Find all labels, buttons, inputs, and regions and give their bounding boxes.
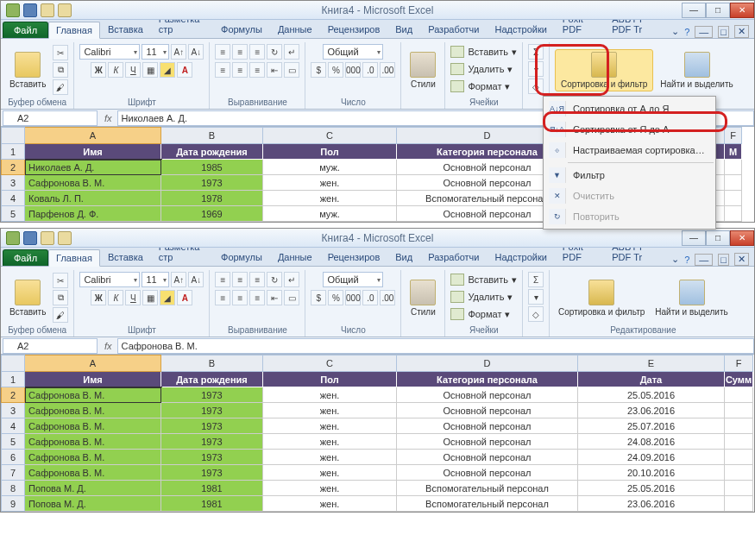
- row-header[interactable]: 1: [1, 144, 25, 160]
- tab-главная[interactable]: Главная: [48, 22, 100, 39]
- close-button[interactable]: ✕: [730, 230, 754, 246]
- cell[interactable]: Сафронова В. М.: [25, 465, 161, 481]
- tab-формулы[interactable]: Формулы: [213, 249, 270, 266]
- comma-icon[interactable]: 000: [345, 62, 361, 78]
- cell[interactable]: 25.05.2016: [578, 387, 725, 403]
- cell[interactable]: жен.: [263, 465, 397, 481]
- cell[interactable]: 24.09.2016: [578, 450, 725, 465]
- merge-icon[interactable]: ▭: [284, 62, 299, 78]
- row-header[interactable]: 9: [1, 496, 25, 512]
- cell[interactable]: 24.08.2016: [578, 434, 725, 450]
- cell[interactable]: 25.07.2016: [578, 418, 725, 434]
- cell[interactable]: Коваль Л. П.: [25, 191, 161, 206]
- cell[interactable]: [725, 206, 742, 222]
- sort-az-item[interactable]: A↓ЯСортировка от А до Я: [545, 98, 714, 119]
- maximize-button[interactable]: □: [706, 3, 730, 18]
- cell[interactable]: жен.: [263, 387, 397, 403]
- tab-рецензиров[interactable]: Рецензиров: [320, 21, 388, 38]
- cell[interactable]: 23.06.2016: [578, 496, 725, 512]
- underline-button[interactable]: Ч: [125, 290, 141, 305]
- filter-item[interactable]: ▼Фильтр: [545, 165, 714, 186]
- tab-рецензиров[interactable]: Рецензиров: [320, 249, 388, 266]
- row-header[interactable]: 4: [1, 191, 25, 206]
- cell[interactable]: [725, 465, 753, 481]
- cell[interactable]: 1973: [161, 434, 263, 450]
- number-format-combo[interactable]: Общий: [323, 272, 383, 287]
- formula-input[interactable]: Сафронова В. М.: [117, 338, 754, 354]
- cell[interactable]: жен.: [263, 434, 397, 450]
- col-header[interactable]: A: [25, 355, 161, 372]
- align-left-icon[interactable]: ≡: [215, 62, 230, 78]
- help-icon[interactable]: ?: [684, 27, 689, 37]
- close-button[interactable]: ✕: [730, 3, 754, 18]
- copy-icon[interactable]: ⧉: [53, 290, 68, 305]
- styles-button[interactable]: Стили: [406, 50, 439, 91]
- cell[interactable]: Попова М. Д.: [25, 481, 161, 496]
- cell[interactable]: Николаев А. Д.: [25, 160, 161, 175]
- cell[interactable]: Сафронова В. М.: [25, 175, 161, 191]
- number-format-combo[interactable]: Общий: [323, 44, 383, 60]
- cell[interactable]: 1981: [161, 496, 263, 512]
- redo-icon[interactable]: [58, 3, 72, 17]
- italic-button[interactable]: К: [108, 290, 123, 305]
- save-icon[interactable]: [23, 231, 37, 245]
- save-icon[interactable]: [23, 3, 37, 17]
- win-minimize-icon[interactable]: —: [695, 254, 713, 266]
- autosum-icon[interactable]: Σ: [528, 44, 544, 60]
- font-name-combo[interactable]: Calibri: [79, 272, 140, 287]
- table-header-cell[interactable]: Имя: [25, 144, 161, 160]
- sort-filter-button[interactable]: Сортировка и фильтр: [555, 278, 648, 318]
- cell[interactable]: жен.: [263, 403, 397, 418]
- align-center-icon[interactable]: ≡: [232, 62, 248, 78]
- border-icon[interactable]: ▦: [142, 290, 158, 305]
- cell[interactable]: [725, 450, 753, 465]
- cell[interactable]: муж.: [263, 160, 397, 175]
- underline-button[interactable]: Ч: [125, 62, 141, 78]
- paste-button[interactable]: Вставить: [6, 50, 49, 91]
- cell[interactable]: [725, 387, 753, 403]
- row-header[interactable]: 3: [1, 175, 25, 191]
- tab-данные[interactable]: Данные: [270, 249, 320, 266]
- cell[interactable]: 1973: [161, 465, 263, 481]
- cell[interactable]: [725, 496, 753, 512]
- percent-icon[interactable]: %: [328, 62, 343, 78]
- align-bottom-icon[interactable]: ≡: [249, 44, 265, 60]
- tab-формулы[interactable]: Формулы: [213, 21, 270, 38]
- delete-cells-button[interactable]: Удалить ▾: [450, 289, 513, 305]
- row-header[interactable]: 2: [1, 387, 25, 403]
- excel-icon[interactable]: [6, 3, 20, 17]
- cell[interactable]: муж.: [263, 206, 397, 222]
- cell[interactable]: Основной персонал: [397, 465, 578, 481]
- spreadsheet-grid[interactable]: 123456789 ABCDEFИмяДата рожденияПолКатег…: [1, 355, 754, 512]
- file-tab[interactable]: Файл: [3, 249, 48, 266]
- orientation-icon[interactable]: ↻: [267, 44, 282, 60]
- fill-color-icon[interactable]: ◢: [160, 62, 175, 78]
- col-header[interactable]: C: [263, 127, 397, 144]
- tab-разработчи[interactable]: Разработчи: [420, 21, 487, 38]
- row-header[interactable]: 4: [1, 418, 25, 434]
- bold-button[interactable]: Ж: [91, 290, 106, 305]
- cell[interactable]: 23.06.2016: [578, 403, 725, 418]
- cell[interactable]: [725, 481, 753, 496]
- row-header[interactable]: 5: [1, 206, 25, 222]
- row-header[interactable]: 6: [1, 450, 25, 465]
- cell[interactable]: 25.05.2016: [578, 481, 725, 496]
- row-header[interactable]: 3: [1, 403, 25, 418]
- undo-icon[interactable]: [41, 231, 54, 245]
- tab-надстройки[interactable]: Надстройки: [488, 249, 555, 266]
- cell[interactable]: 1973: [161, 450, 263, 465]
- win-restore-icon[interactable]: □: [718, 26, 729, 38]
- insert-cells-button[interactable]: Вставить ▾: [450, 44, 517, 60]
- minimize-ribbon-icon[interactable]: ⌄: [671, 254, 679, 265]
- format-painter-icon[interactable]: 🖌: [53, 307, 68, 323]
- table-header-cell[interactable]: Дата рождения: [161, 144, 263, 160]
- clear-icon[interactable]: ◇: [528, 306, 544, 322]
- maximize-button[interactable]: □: [706, 230, 730, 246]
- cut-icon[interactable]: ✂: [53, 273, 68, 288]
- paste-button[interactable]: Вставить: [6, 278, 49, 318]
- cell[interactable]: жен.: [263, 450, 397, 465]
- table-header-cell[interactable]: Имя: [25, 372, 161, 387]
- cell[interactable]: Вспомогательный персонал: [397, 481, 578, 496]
- table-header-cell[interactable]: М: [725, 144, 742, 160]
- cell[interactable]: [725, 175, 742, 191]
